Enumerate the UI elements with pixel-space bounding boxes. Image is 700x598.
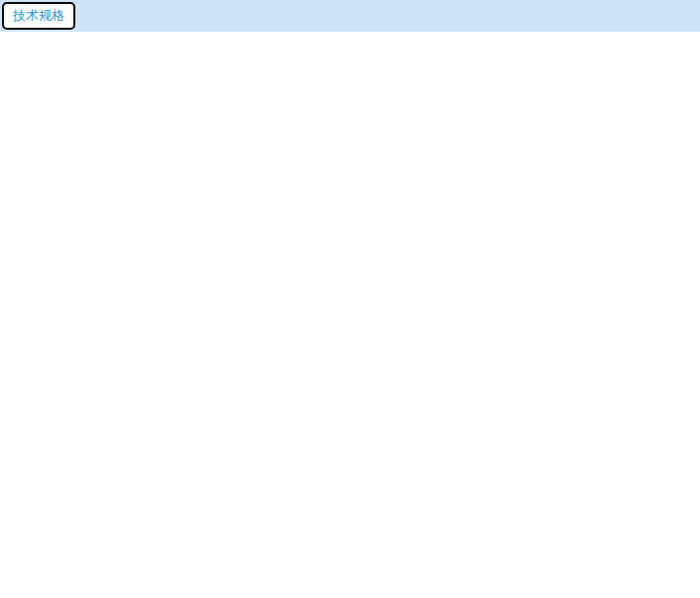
section-title-tab[interactable]: 技术规格 [2,2,75,30]
spec-page: 技术规格 [0,0,700,598]
section-title-label: 技术规格 [13,7,64,25]
section-header-bar: 技术规格 [0,0,700,32]
